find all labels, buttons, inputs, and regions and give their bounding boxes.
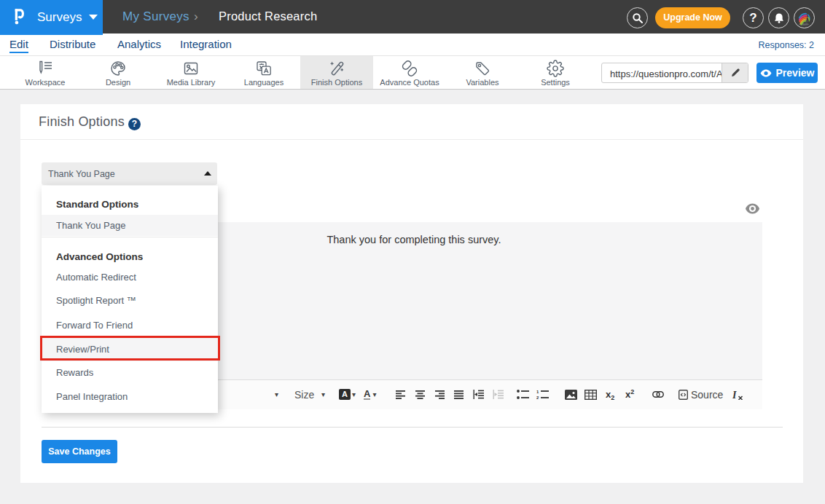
- svg-text:I: I: [732, 390, 737, 400]
- svg-text:2: 2: [536, 395, 539, 399]
- svg-text:1: 1: [536, 390, 539, 394]
